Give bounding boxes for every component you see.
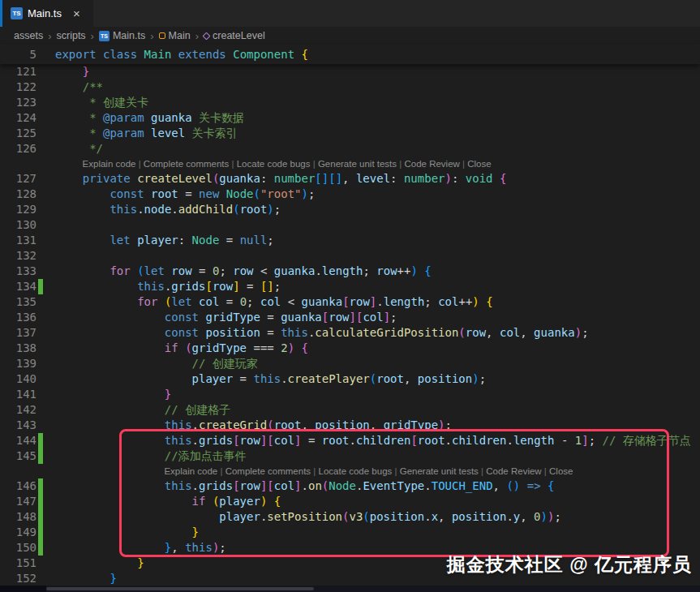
gutter-change-indicator [38, 79, 43, 95]
line-number[interactable]: 136 [0, 310, 37, 325]
line-number[interactable]: 149 [0, 525, 37, 540]
line-number[interactable]: 142 [0, 402, 37, 418]
line-number[interactable]: 124 [0, 110, 37, 126]
line-number[interactable]: 123 [0, 95, 37, 110]
code-line[interactable]: 133 for (let row = 0; row < guanka.lengt… [0, 264, 700, 279]
gutter-change-indicator [38, 556, 43, 571]
code-line[interactable]: 139 // 创建玩家 [0, 356, 700, 371]
code-text: export class Main extends Component { [55, 48, 308, 61]
code-text: this.grids[row] = []; [55, 279, 281, 294]
code-line[interactable]: 127 private createLevel(guanka: number[]… [0, 171, 700, 187]
code-line[interactable]: 122 /** [0, 79, 700, 95]
line-number[interactable]: 122 [0, 79, 37, 95]
code-line[interactable]: 130 [0, 217, 700, 233]
tab-close-button[interactable]: × [73, 7, 80, 19]
tab-main-ts[interactable]: TS Main.ts × [2, 0, 93, 27]
code-line[interactable]: 149 } [0, 525, 700, 540]
line-number[interactable]: 152 [0, 571, 37, 586]
breadcrumb-item-assets[interactable]: assets [14, 30, 43, 41]
line-number[interactable]: 151 [0, 556, 37, 571]
breadcrumb-label: Main.ts [113, 30, 145, 41]
code-text: let player: Node = null; [55, 233, 274, 248]
code-line[interactable]: 146 this.grids[row][col].on(Node.EventTy… [0, 478, 700, 494]
codelens-action-code-review[interactable]: Code Review [486, 466, 541, 476]
line-number[interactable]: 150 [0, 540, 37, 556]
code-line[interactable]: 125 * @param level 关卡索引 [0, 126, 700, 141]
code-line[interactable]: 141 } [0, 387, 700, 402]
breadcrumb-separator: › [195, 30, 199, 42]
codelens-separator: | [311, 466, 318, 476]
code-line[interactable]: 138 if (gridType === 2) { [0, 341, 700, 356]
line-number[interactable]: 137 [0, 325, 37, 341]
code-line[interactable]: 144 this.grids[row][col] = root.children… [0, 433, 700, 448]
line-number[interactable]: 121 [0, 64, 37, 79]
watermark: 掘金技术社区 @ 亿元程序员 [447, 552, 692, 577]
line-number[interactable]: 147 [0, 494, 37, 509]
gutter-change-indicator [38, 571, 43, 586]
code-line[interactable]: 126 */ [0, 141, 700, 157]
line-number[interactable]: 138 [0, 341, 37, 356]
code-line[interactable]: 137 const position = this.calculateGridP… [0, 325, 700, 341]
code-line[interactable]: 147 if (player) { [0, 494, 700, 509]
code-line[interactable]: 131 let player: Node = null; [0, 233, 700, 248]
line-number[interactable]: 127 [0, 171, 37, 187]
codelens-action-close[interactable]: Close [549, 466, 573, 476]
horizontal-scrollbar-thumb[interactable] [46, 587, 314, 590]
line-number[interactable]: 143 [0, 418, 37, 433]
line-number[interactable]: 131 [0, 233, 37, 248]
codelens-action-generate-unit-tests[interactable]: Generate unit tests [318, 159, 397, 169]
codelens-action-code-review[interactable]: Code Review [404, 159, 459, 169]
breadcrumb-label: createLevel [213, 30, 265, 41]
line-number[interactable]: 144 [0, 433, 37, 448]
code-line[interactable]: 129 this.node.addChild(root); [0, 202, 700, 217]
codelens-action-explain-code[interactable]: Explain code [83, 159, 136, 169]
line-number[interactable]: 126 [0, 141, 37, 157]
gutter-change-indicator [38, 294, 43, 310]
breadcrumb-item-scripts[interactable]: scripts [56, 30, 85, 41]
line-number[interactable]: 132 [0, 248, 37, 264]
codelens-action-complete-comments[interactable]: Complete comments [144, 159, 229, 169]
code-line[interactable]: 145 //添加点击事件 [0, 448, 700, 464]
line-number[interactable]: 135 [0, 294, 37, 310]
breadcrumb-item-createlevel[interactable]: createLevel [204, 30, 265, 41]
code-line[interactable]: 135 for (let col = 0; col < guanka[row].… [0, 294, 700, 310]
code-text: } [55, 571, 117, 586]
code-line[interactable]: 142 // 创建格子 [0, 402, 700, 418]
line-number[interactable]: 128 [0, 187, 37, 202]
code-line[interactable]: 123 * 创建关卡 [0, 95, 700, 110]
codelens-action-close[interactable]: Close [467, 159, 491, 169]
code-line[interactable]: 132 [0, 248, 700, 264]
line-number[interactable]: 129 [0, 202, 37, 217]
codelens-action-explain-code[interactable]: Explain code [164, 466, 217, 476]
gutter-change-indicator [38, 248, 43, 264]
line-number[interactable]: 133 [0, 264, 37, 279]
line-number[interactable]: 141 [0, 387, 37, 402]
line-number[interactable]: 146 [0, 478, 37, 494]
codelens-action-locate-code-bugs[interactable]: Locate code bugs [237, 159, 311, 169]
code-line[interactable]: 121 } [0, 64, 700, 79]
horizontal-scrollbar[interactable] [0, 586, 700, 592]
codelens-action-locate-code-bugs[interactable]: Locate code bugs [319, 466, 393, 476]
line-number[interactable]: 134 [0, 279, 37, 294]
line-number[interactable]: 140 [0, 371, 37, 387]
breadcrumb-separator: › [91, 30, 94, 42]
line-number[interactable]: 148 [0, 509, 37, 525]
sticky-scroll-line[interactable]: 5 export class Main extends Component { [0, 45, 700, 64]
breadcrumb-item-main-ts[interactable]: TSMain.ts [99, 30, 145, 41]
line-number[interactable]: 130 [0, 217, 37, 233]
codelens-action-generate-unit-tests[interactable]: Generate unit tests [400, 466, 479, 476]
code-line[interactable]: 136 const gridType = guanka[row][col]; [0, 310, 700, 325]
editor[interactable]: 121 }122 /**123 * 创建关卡124 * @param guank… [0, 64, 700, 586]
line-number[interactable]: 145 [0, 448, 37, 464]
breadcrumb-item-main[interactable]: Main [159, 30, 191, 41]
code-line[interactable]: 148 player.setPosition(v3(position.x, po… [0, 509, 700, 525]
line-number[interactable]: 139 [0, 356, 37, 371]
code-line[interactable]: 128 const root = new Node("root"); [0, 187, 700, 202]
code-line[interactable]: 140 player = this.createPlayer(root, pos… [0, 371, 700, 387]
line-number[interactable]: 125 [0, 126, 37, 141]
code-line[interactable]: 124 * @param guanka 关卡数据 [0, 110, 700, 126]
gutter-change-indicator [38, 325, 43, 341]
code-line[interactable]: 134 this.grids[row] = []; [0, 279, 700, 294]
codelens-action-complete-comments[interactable]: Complete comments [225, 466, 311, 476]
code-line[interactable]: 143 this.createGrid(root, position, grid… [0, 418, 700, 433]
